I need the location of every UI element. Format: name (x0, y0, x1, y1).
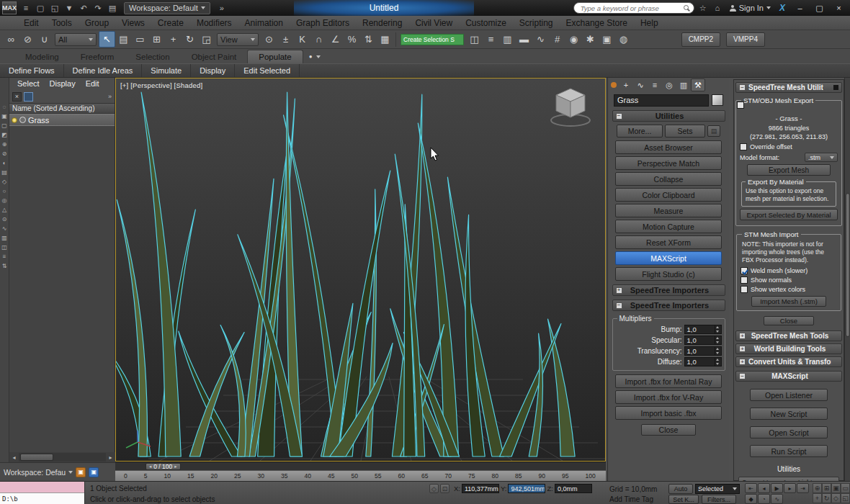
viewport-label[interactable]: [+] [Perspective] [Shaded] (120, 81, 202, 89)
sign-in-button[interactable]: Sign In (726, 4, 774, 12)
spinner-arrows-icon[interactable] (715, 358, 721, 366)
menu-tools[interactable]: Tools (45, 16, 79, 30)
play-icon[interactable]: ▶ (771, 483, 783, 493)
utility-motion-capture[interactable]: Motion Capture (615, 220, 722, 233)
configure-button-sets-icon[interactable]: ▤ (707, 125, 720, 137)
perspective-viewport[interactable]: [+] [Perspective] [Shaded] (115, 78, 606, 462)
close-button[interactable]: × (829, 1, 849, 14)
toggle-ribbon-icon[interactable]: ▬ (516, 31, 532, 48)
rollout-toggle-icon[interactable] (739, 373, 746, 379)
selection-filter-dropdown[interactable]: All (55, 33, 97, 46)
edit-named-selection-sets-icon[interactable]: ▦ (377, 31, 393, 48)
keyboard-shortcut-override-icon[interactable]: K (294, 31, 310, 48)
spinner-snap-toggle-icon[interactable]: ⇅ (360, 31, 377, 48)
visibility-icon[interactable] (12, 117, 17, 123)
menu-rendering[interactable]: Rendering (356, 16, 408, 30)
render-setup-icon[interactable]: ✱ (582, 31, 599, 48)
filter-geometry-icon[interactable]: ◇ (0, 177, 9, 186)
maxscript-mini-listener[interactable]: D:\b (0, 482, 85, 504)
y-coordinate-field[interactable]: 942,501mm (508, 484, 545, 493)
rollout-maxscript[interactable]: MAXScript (735, 371, 842, 382)
object-color-swatch[interactable] (712, 94, 723, 106)
redo-icon[interactable]: ↷ (91, 1, 105, 15)
search-icon[interactable] (684, 5, 689, 10)
option-weld-mesh-slower[interactable]: Weld mesh (slower) (741, 267, 837, 274)
search-input[interactable] (581, 4, 681, 12)
unlink-selection-icon[interactable]: ⊘ (19, 31, 36, 48)
toolbar-overflow-icon[interactable]: » (215, 1, 229, 15)
ribbon-tab-modeling[interactable]: Modeling (14, 50, 70, 63)
workspace-dropdown[interactable]: Workspace: Default (124, 2, 210, 14)
scrollbar-thumb[interactable] (20, 454, 53, 461)
grass-model[interactable] (116, 78, 605, 461)
zoom-extents-icon[interactable]: ▣ (831, 483, 841, 493)
select-and-manipulate-icon[interactable]: ± (277, 31, 294, 48)
close-panel-button[interactable]: Close (764, 316, 814, 325)
workspace-explorer-icon[interactable]: ▣ (89, 467, 99, 477)
model-format-dropdown[interactable]: .stm (805, 153, 838, 162)
export-selected-by-material-button[interactable]: Export Selected By Material (740, 209, 838, 220)
auto-key-button[interactable]: Auto (668, 484, 693, 494)
view-cube[interactable] (547, 83, 594, 129)
override-offset-checkbox[interactable]: Override offset (740, 143, 838, 150)
maximize-viewport-toggle-icon[interactable]: ◱ (841, 493, 850, 503)
modify-tab[interactable]: ∿ (633, 78, 648, 91)
next-frame-icon[interactable]: ▸ (784, 483, 796, 493)
application-menu-icon[interactable]: ≡ (19, 1, 33, 15)
filter-space-warps-icon[interactable]: ∿ (0, 224, 9, 233)
maxscript-open-script[interactable]: Open Script (750, 426, 828, 438)
panel-close-icon[interactable] (833, 85, 838, 90)
select-children-icon[interactable]: ⊕ (0, 140, 9, 149)
save-file-icon[interactable]: ▼ (62, 1, 76, 15)
populate-button-display[interactable]: Display (191, 64, 235, 77)
scrollbar-thumb[interactable] (846, 193, 850, 337)
utilities-rollout-header[interactable]: Utilities (612, 110, 725, 122)
select-and-move-icon[interactable]: + (165, 31, 182, 48)
key-selection-dropdown[interactable]: Selected (695, 484, 740, 494)
populate-button-define-idle-areas[interactable]: Define Idle Areas (64, 64, 143, 77)
utility-perspective-match[interactable]: Perspective Match (615, 156, 722, 170)
clear-search-icon[interactable]: × (12, 92, 22, 102)
freeze-icon[interactable]: ▤ (0, 168, 9, 177)
rollout-toggle-icon[interactable] (616, 113, 622, 120)
select-by-name-icon[interactable]: ▤ (115, 31, 132, 48)
utility-measure[interactable]: Measure (615, 204, 722, 217)
rollout-world-building-tools[interactable]: World Building Tools (735, 343, 842, 354)
value-spinner[interactable]: 1,0 (684, 325, 722, 334)
display-tab[interactable]: ▥ (676, 78, 691, 91)
utility-flight-studio-c[interactable]: Flight Studio (c) (615, 267, 722, 281)
populate-button-simulate[interactable]: Simulate (142, 64, 191, 77)
bind-to-space-warp-icon[interactable]: ∪ (36, 31, 53, 48)
select-and-link-icon[interactable]: ∞ (3, 31, 19, 48)
hide-icon[interactable]: ◐ (0, 158, 9, 168)
menu-customize[interactable]: Customize (459, 16, 513, 30)
utility-maxscript[interactable]: MAXScript (615, 251, 722, 265)
open-file-icon[interactable]: ◱ (48, 1, 62, 15)
panel-scrollbar[interactable] (844, 78, 850, 481)
layer-explorer-icon[interactable]: ▥ (499, 31, 516, 48)
previous-frame-icon[interactable]: ◂ (758, 483, 770, 493)
zoom-icon[interactable]: ⊕ (813, 483, 822, 493)
explorer-tab-select[interactable]: Select (12, 79, 45, 90)
cmpp2-button[interactable]: CMPP2 (681, 32, 720, 47)
select-and-rotate-icon[interactable]: ↻ (182, 31, 198, 48)
sets-button[interactable]: Sets (665, 125, 705, 138)
angle-snap-toggle-icon[interactable]: ∠ (327, 31, 344, 48)
filter-shapes-icon[interactable]: ○ (0, 186, 9, 196)
menu-group[interactable]: Group (79, 16, 115, 30)
absolute-offset-mode-icon[interactable]: ⊡ (440, 484, 449, 493)
key-filters-button[interactable]: Filters... (702, 495, 736, 504)
zoom-region-icon[interactable]: ▭ (841, 483, 850, 493)
rollout-toggle-icon[interactable] (616, 287, 622, 294)
maxscript-run-script[interactable]: Run Script (750, 445, 828, 457)
utility-reset-xform[interactable]: Reset XForm (615, 235, 722, 249)
menu-modifiers[interactable]: Modifiers (190, 16, 238, 30)
go-to-start-icon[interactable]: ⇤ (745, 483, 757, 493)
max-logo-icon[interactable]: MAX (2, 1, 17, 14)
select-and-scale-icon[interactable]: ◲ (198, 31, 215, 48)
zoom-all-icon[interactable]: ⊞ (822, 483, 831, 493)
maxscript-new-script[interactable]: New Script (750, 408, 828, 420)
percent-snap-toggle-icon[interactable]: % (344, 31, 360, 48)
use-pivot-point-center-icon[interactable]: ⊙ (261, 31, 277, 48)
close-utility-button[interactable]: Close (641, 424, 696, 436)
